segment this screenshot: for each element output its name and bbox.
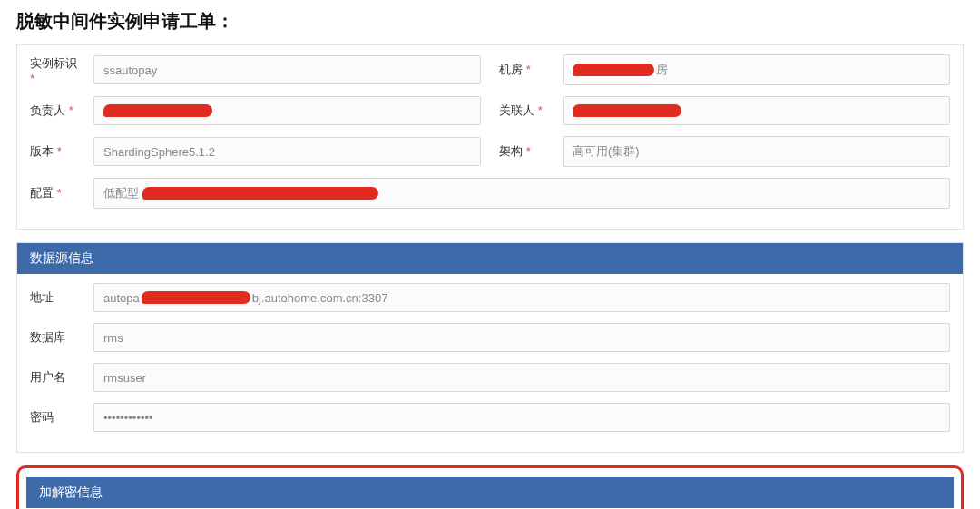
redacted-icon <box>573 64 654 76</box>
contact-label: 关联人 * <box>499 103 563 119</box>
crypto-panel: 加解密信息 加密字段 表名 tb_rules_blacklist 逻辑字段 va… <box>16 465 964 509</box>
crypto-header: 加解密信息 <box>26 477 954 508</box>
address-label: 地址 <box>30 289 93 306</box>
username-label: 用户名 <box>30 369 93 386</box>
instance-id-label: 实例标识* <box>30 55 93 85</box>
redacted-icon <box>142 187 378 200</box>
datasource-panel: 数据源信息 地址 autopabj.autohome.com.cn:3307 数… <box>16 242 964 453</box>
arch-input[interactable]: 高可用(集群) <box>563 136 950 167</box>
address-input[interactable]: autopabj.autohome.com.cn:3307 <box>93 283 950 312</box>
machine-room-label: 机房 * <box>499 62 563 78</box>
page-title: 脱敏中间件实例申请工单： <box>16 9 964 34</box>
instance-id-input[interactable]: ssautopay <box>93 55 481 84</box>
version-label: 版本 * <box>30 143 93 160</box>
redacted-icon <box>103 104 212 117</box>
password-label: 密码 <box>30 409 93 426</box>
datasource-header: 数据源信息 <box>17 243 963 274</box>
redacted-icon <box>573 104 681 117</box>
database-input[interactable]: rms <box>93 323 950 352</box>
redacted-icon <box>142 291 250 304</box>
instance-form-panel: 实例标识* ssautopay 机房 * 房 负责人 * 关联人 * <box>16 44 964 230</box>
password-input[interactable]: •••••••••••• <box>93 403 950 432</box>
config-input[interactable]: 低配型 <box>93 178 950 209</box>
owner-input[interactable] <box>93 96 481 125</box>
arch-label: 架构 * <box>499 143 563 160</box>
contact-input[interactable] <box>563 96 950 125</box>
username-input[interactable]: rmsuser <box>93 363 950 392</box>
machine-room-input[interactable]: 房 <box>563 54 950 85</box>
owner-label: 负责人 * <box>30 103 93 119</box>
config-label: 配置 * <box>30 185 93 201</box>
version-input[interactable]: ShardingSphere5.1.2 <box>93 137 481 166</box>
database-label: 数据库 <box>30 329 93 346</box>
